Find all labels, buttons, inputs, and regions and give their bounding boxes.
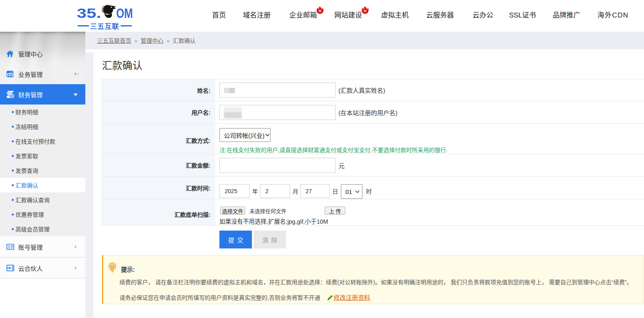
svg-text:¥: ¥ <box>11 94 13 98</box>
svg-text:H: H <box>319 9 321 13</box>
svg-text:H: H <box>364 9 366 13</box>
